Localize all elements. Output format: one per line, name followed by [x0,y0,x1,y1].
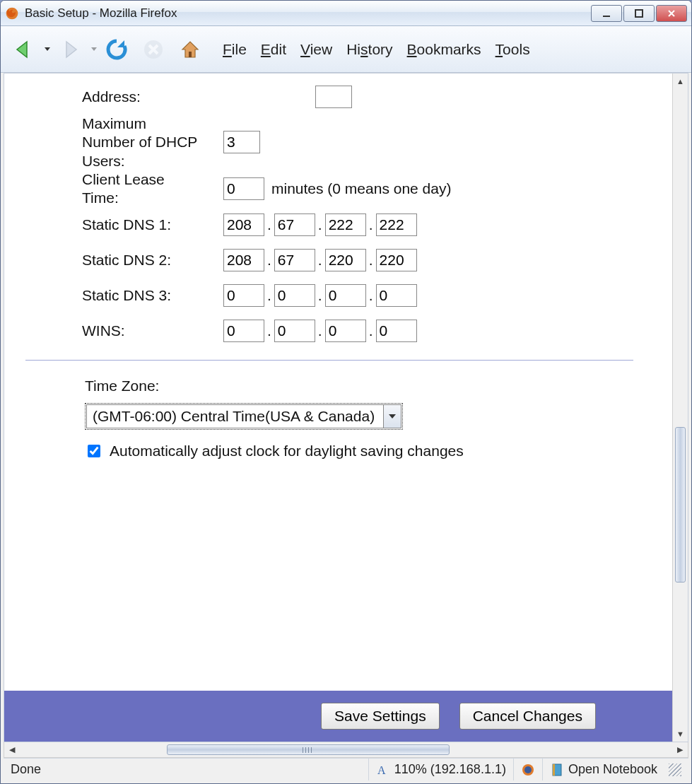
wins-octet4-input[interactable] [376,320,417,342]
dropdown-arrow-icon [383,404,401,428]
scroll-down-button[interactable]: ▼ [673,726,688,742]
dst-label: Automatically adjust clock for daylight … [110,443,464,460]
wins-label: WINS: [82,322,223,339]
save-settings-button[interactable]: Save Settings [321,703,440,730]
forward-history-caret-icon[interactable] [91,47,97,51]
back-history-caret-icon[interactable] [45,47,50,51]
content-area: Address: Maximum Number of DHCP Users: C… [4,73,688,742]
zoom-indicator[interactable]: A 110% (192.168.1.1) [368,759,513,780]
dns3-octet3-input[interactable] [325,284,366,307]
scroll-up-button[interactable]: ▲ [673,74,688,89]
toolbar: File Edit View History Bookmarks Tools [1,26,691,73]
vertical-scroll-thumb[interactable] [675,427,686,583]
svg-rect-4 [189,52,192,57]
client-lease-time-input[interactable] [223,177,264,200]
timezone-select-value: (GMT-06:00) Central Time(USA & Canada) [86,404,383,428]
dns3-octet1-input[interactable] [223,284,264,307]
maximize-button[interactable] [623,5,655,22]
home-button[interactable] [173,33,207,66]
timezone-label: Time Zone: [85,378,665,394]
titlebar: Basic Setup - Mozilla Firefox [1,1,691,26]
notebook-icon [550,763,564,777]
dns1-octet2-input[interactable] [274,213,315,236]
menubar: File Edit View History Bookmarks Tools [223,41,530,58]
menu-tools[interactable]: Tools [495,41,530,58]
max-dhcp-users-label: Maximum Number of DHCP Users: [82,115,223,170]
client-lease-time-units: minutes (0 means one day) [271,180,451,197]
dns3-octet2-input[interactable] [274,284,315,307]
svg-rect-9 [553,764,555,776]
menu-view[interactable]: View [300,41,332,58]
address-last-octet-input[interactable] [315,86,352,108]
open-notebook-button[interactable]: Open Notebook [542,759,664,780]
section-divider [25,360,633,361]
dns2-octet1-input[interactable] [223,249,264,271]
max-dhcp-users-input[interactable] [223,131,260,153]
forward-button[interactable] [53,33,87,66]
dns3-octet4-input[interactable] [376,284,417,307]
reload-button[interactable] [100,33,134,66]
client-lease-time-label: Client Lease Time: [82,170,223,208]
close-button[interactable] [656,5,687,22]
dns2-octet3-input[interactable] [325,249,366,271]
svg-rect-1 [603,16,610,17]
address-label: Address: [82,88,223,105]
dns2-octet4-input[interactable] [376,249,417,271]
dns1-octet4-input[interactable] [376,213,417,236]
vertical-scrollbar[interactable]: ▲ ▼ [672,74,688,742]
dns2-octet2-input[interactable] [274,249,315,271]
resize-grip-icon[interactable] [669,763,681,776]
dst-checkbox[interactable] [88,445,100,457]
minimize-button[interactable] [591,5,622,22]
form-footer: Save Settings Cancel Changes [4,691,672,742]
menu-file[interactable]: File [223,41,247,58]
stop-button[interactable] [136,33,170,66]
window-title: Basic Setup - Mozilla Firefox [25,6,591,21]
wins-octet2-input[interactable] [274,320,315,342]
wins-octet1-input[interactable] [223,320,264,342]
status-text: Done [11,762,368,777]
scroll-left-button[interactable]: ◀ [4,742,20,757]
cancel-changes-button[interactable]: Cancel Changes [459,703,596,730]
menu-edit[interactable]: Edit [261,41,286,58]
scroll-right-button[interactable]: ▶ [672,742,688,757]
menu-history[interactable]: History [346,41,392,58]
browser-window: Basic Setup - Mozilla Firefox File Edit … [0,0,692,784]
window-controls [591,5,687,22]
page-content: Address: Maximum Number of DHCP Users: C… [4,74,672,742]
status-firefox-icon[interactable] [513,759,542,780]
dns1-octet3-input[interactable] [325,213,366,236]
svg-rect-2 [635,10,643,17]
svg-text:A: A [377,764,386,776]
horizontal-scrollbar[interactable]: ◀ ▶ [4,742,688,758]
firefox-icon [5,6,19,21]
wins-octet3-input[interactable] [325,320,366,342]
font-a-icon: A [376,763,390,777]
dns1-octet1-input[interactable] [223,213,264,236]
dns1-label: Static DNS 1: [82,216,223,233]
dns3-label: Static DNS 3: [82,287,223,304]
firefox-icon [521,763,535,777]
timezone-select[interactable]: (GMT-06:00) Central Time(USA & Canada) [85,403,403,430]
dns2-label: Static DNS 2: [82,252,223,269]
back-button[interactable] [6,33,40,66]
svg-point-7 [524,766,532,773]
menu-bookmarks[interactable]: Bookmarks [407,41,481,58]
statusbar: Done A 110% (192.168.1.1) Open Notebook [4,758,688,780]
horizontal-scroll-thumb[interactable] [167,744,450,755]
